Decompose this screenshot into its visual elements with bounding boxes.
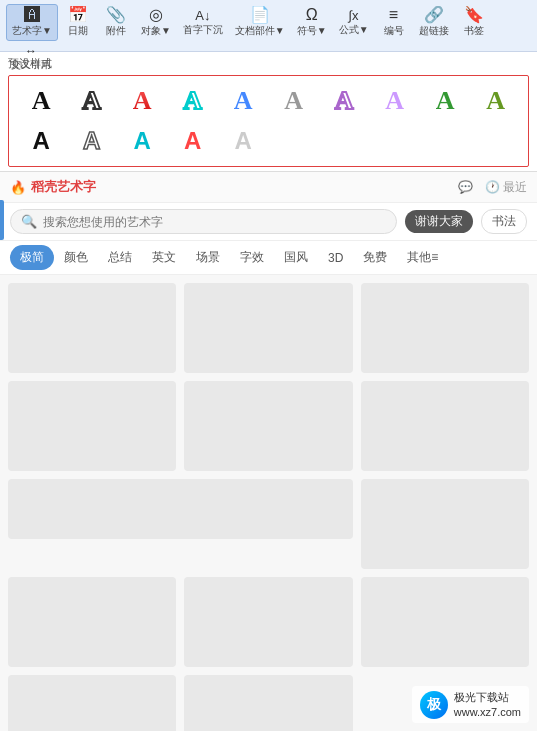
preset-grid: A A A A A A A A A A A A A A A bbox=[8, 75, 529, 167]
wordart-card-12[interactable] bbox=[184, 675, 352, 731]
preset-letter-6[interactable]: A bbox=[270, 82, 319, 120]
tag2-button[interactable]: 书法 bbox=[481, 209, 527, 234]
attachment-icon: 📎 bbox=[106, 7, 126, 23]
cat-tab-jijian[interactable]: 极简 bbox=[10, 245, 54, 270]
panel-title: 稻壳艺术字 bbox=[31, 178, 96, 196]
date-label: 日期 bbox=[68, 24, 88, 38]
toolbar-art-text[interactable]: 🅰 艺术字▼ bbox=[6, 4, 58, 41]
wordart-card-1[interactable] bbox=[8, 283, 176, 373]
toolbar-symbol[interactable]: Ω 符号▼ bbox=[292, 5, 332, 40]
cat-tab-summary[interactable]: 总结 bbox=[98, 245, 142, 270]
search-input[interactable] bbox=[43, 215, 386, 229]
wordart-card-wide-1[interactable] bbox=[8, 479, 353, 539]
cat-tab-scene[interactable]: 场景 bbox=[186, 245, 230, 270]
recent-group[interactable]: 🕐 最近 bbox=[485, 179, 527, 196]
formula-label: 公式▼ bbox=[339, 23, 369, 37]
wordart-card-2[interactable] bbox=[184, 283, 352, 373]
art-text-icon: 🅰 bbox=[24, 7, 40, 23]
bookmark-label: 书签 bbox=[464, 24, 484, 38]
watermark: 极 极光下载站 www.xz7.com bbox=[412, 686, 529, 723]
preset-letter-15[interactable]: A bbox=[219, 122, 268, 160]
numbering-label: 编号 bbox=[384, 24, 404, 38]
preset-letter-14[interactable]: A bbox=[169, 122, 218, 160]
panel-header: 🔥 稻壳艺术字 💬 🕐 最近 bbox=[0, 172, 537, 203]
search-input-wrap[interactable]: 🔍 bbox=[10, 209, 397, 234]
bookmark-icon: 🔖 bbox=[464, 7, 484, 23]
cat-tab-color[interactable]: 颜色 bbox=[54, 245, 98, 270]
preset-title: 预设样式 bbox=[8, 56, 529, 71]
preset-letter-9[interactable]: A bbox=[421, 82, 470, 120]
art-text-label: 艺术字▼ bbox=[12, 24, 52, 38]
cat-tab-guofeng[interactable]: 国风 bbox=[274, 245, 318, 270]
toolbar-doc-part[interactable]: 📄 文档部件▼ bbox=[230, 5, 290, 40]
numbering-icon: ≡ bbox=[389, 7, 398, 23]
toolbar-bookmark[interactable]: 🔖 书签 bbox=[456, 5, 492, 40]
search-bar: 🔍 谢谢大家 书法 bbox=[0, 203, 537, 241]
search-icon: 🔍 bbox=[21, 214, 37, 229]
object-icon: ◎ bbox=[149, 7, 163, 23]
preset-letter-1[interactable]: A bbox=[17, 82, 66, 120]
hyperlink-icon: 🔗 bbox=[424, 7, 444, 23]
hyperlink-label: 超链接 bbox=[419, 24, 449, 38]
preset-letter-2[interactable]: A bbox=[68, 82, 117, 120]
preset-letter-7[interactable]: A bbox=[320, 82, 369, 120]
toolbar-numbering[interactable]: ≡ 编号 bbox=[376, 5, 412, 40]
wordart-card-6[interactable] bbox=[361, 381, 529, 471]
preset-letter-11[interactable]: A bbox=[17, 122, 66, 160]
tag1-button[interactable]: 谢谢大家 bbox=[405, 210, 473, 233]
recent-label: 最近 bbox=[503, 179, 527, 196]
date-icon: 📅 bbox=[68, 7, 88, 23]
wordart-card-5[interactable] bbox=[184, 381, 352, 471]
preset-letter-8[interactable]: A bbox=[371, 82, 420, 120]
doc-part-icon: 📄 bbox=[250, 7, 270, 23]
cat-tab-other[interactable]: 其他≡ bbox=[397, 245, 448, 270]
toolbar-date[interactable]: 📅 日期 bbox=[60, 5, 96, 40]
cat-tab-english[interactable]: 英文 bbox=[142, 245, 186, 270]
toolbar-object[interactable]: ◎ 对象▼ bbox=[136, 5, 176, 40]
panel-header-actions: 💬 🕐 最近 bbox=[458, 179, 527, 196]
panel-title-group: 🔥 稻壳艺术字 bbox=[10, 178, 96, 196]
fire-icon: 🔥 bbox=[10, 180, 26, 195]
wordart-card-8[interactable] bbox=[8, 577, 176, 667]
formula-icon: ∫x bbox=[349, 9, 359, 22]
preset-letter-12[interactable]: A bbox=[68, 122, 117, 160]
content-grid bbox=[8, 283, 529, 731]
attachment-label: 附件 bbox=[106, 24, 126, 38]
preset-styles-section: 预设样式 A A A A A A A A A A A A A A A bbox=[0, 52, 537, 172]
toolbar-first-letter[interactable]: A↓ 首字下沉 bbox=[178, 7, 228, 39]
content-area[interactable] bbox=[0, 275, 537, 731]
cat-tab-effect[interactable]: 字效 bbox=[230, 245, 274, 270]
wordart-card-11[interactable] bbox=[8, 675, 176, 731]
preset-letter-13[interactable]: A bbox=[118, 122, 167, 160]
first-letter-label: 首字下沉 bbox=[183, 23, 223, 37]
toolbar-formula[interactable]: ∫x 公式▼ bbox=[334, 7, 374, 39]
wordart-panel: 🔥 稻壳艺术字 💬 🕐 最近 🔍 谢谢大家 书法 极简 颜色 总结 英文 场景 … bbox=[0, 172, 537, 731]
main-toolbar: 🅰 艺术字▼ 📅 日期 📎 附件 ◎ 对象▼ A↓ 首字下沉 📄 文档部件▼ Ω… bbox=[0, 0, 537, 52]
symbol-label: 符号▼ bbox=[297, 24, 327, 38]
watermark-line2: www.xz7.com bbox=[454, 705, 521, 719]
toolbar-hyperlink[interactable]: 🔗 超链接 bbox=[414, 5, 454, 40]
clock-icon: 🕐 bbox=[485, 180, 500, 194]
category-tabs: 极简 颜色 总结 英文 场景 字效 国风 3D 免费 其他≡ bbox=[0, 241, 537, 275]
watermark-line1: 极光下载站 bbox=[454, 690, 521, 704]
cat-tab-3d[interactable]: 3D bbox=[318, 247, 353, 269]
wordart-card-4[interactable] bbox=[8, 381, 176, 471]
wordart-card-3[interactable] bbox=[361, 283, 529, 373]
wordart-card-10[interactable] bbox=[361, 577, 529, 667]
watermark-logo: 极 bbox=[420, 691, 448, 719]
symbol-icon: Ω bbox=[306, 7, 318, 23]
toolbar-attachment[interactable]: 📎 附件 bbox=[98, 5, 134, 40]
watermark-text: 极光下载站 www.xz7.com bbox=[454, 690, 521, 719]
left-edge-indicator bbox=[0, 200, 4, 240]
preset-letter-5[interactable]: A bbox=[219, 82, 268, 120]
comment-icon[interactable]: 💬 bbox=[458, 180, 473, 194]
cat-tab-free[interactable]: 免费 bbox=[353, 245, 397, 270]
doc-part-label: 文档部件▼ bbox=[235, 24, 285, 38]
object-label: 对象▼ bbox=[141, 24, 171, 38]
wordart-card-9[interactable] bbox=[184, 577, 352, 667]
wordart-card-7[interactable] bbox=[361, 479, 529, 569]
first-letter-icon: A↓ bbox=[195, 9, 210, 22]
preset-letter-3[interactable]: A bbox=[118, 82, 167, 120]
preset-letter-10[interactable]: A bbox=[472, 82, 521, 120]
preset-letter-4[interactable]: A bbox=[169, 82, 218, 120]
